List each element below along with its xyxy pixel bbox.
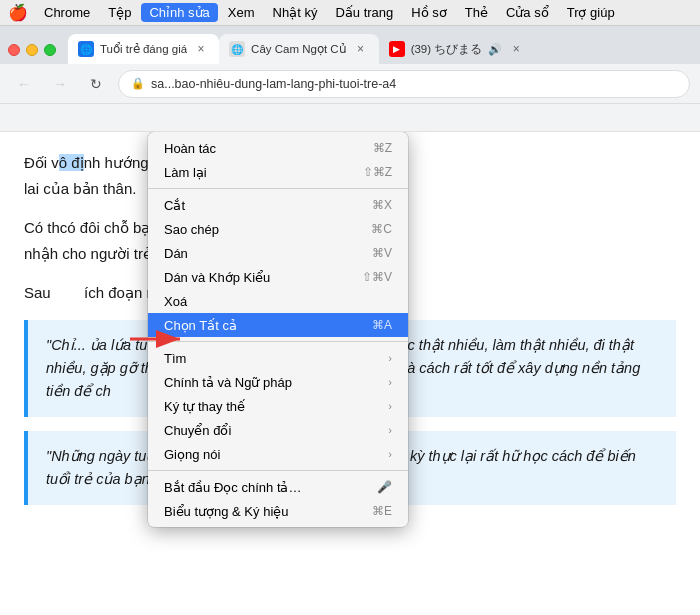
url-text: sa...bao-nhiêu-dung-lam-lang-phi-tuoi-tr… bbox=[151, 77, 677, 91]
tab-tuoi-tre[interactable]: 🌐 Tuổi trẻ đáng giá × bbox=[68, 34, 219, 64]
separator-2 bbox=[148, 341, 408, 342]
tab-close-1[interactable]: × bbox=[193, 41, 209, 57]
tab-cam-ngot[interactable]: 🌐 Cây Cam Ngọt Củ × bbox=[219, 34, 379, 64]
para1-prefix: Đối v bbox=[24, 154, 59, 171]
tab-title-2: Cây Cam Ngọt Củ bbox=[251, 42, 347, 56]
substitutions-label: Ký tự thay thế bbox=[164, 399, 388, 414]
tab-mute-icon[interactable]: 🔊 bbox=[488, 43, 502, 56]
paste-shortcut: ⌘V bbox=[372, 246, 392, 260]
tab-youtube[interactable]: ▶ (39) ちびまる 🔊 × bbox=[379, 34, 535, 64]
menubar-tab[interactable]: Thẻ bbox=[457, 3, 496, 22]
back-button[interactable]: ← bbox=[10, 70, 38, 98]
menu-item-paste[interactable]: Dán ⌘V bbox=[148, 241, 408, 265]
undo-label: Hoàn tác bbox=[164, 141, 373, 156]
menu-item-spelling[interactable]: Chính tả và Ngữ pháp › bbox=[148, 370, 408, 394]
menubar-bookmarks[interactable]: Dấu trang bbox=[327, 3, 401, 22]
separator-3 bbox=[148, 470, 408, 471]
substitutions-arrow: › bbox=[388, 400, 392, 412]
menu-item-emoji[interactable]: Biểu tượng & Ký hiệu ⌘E bbox=[148, 499, 408, 523]
copy-label: Sao chép bbox=[164, 222, 371, 237]
menubar-help[interactable]: Trợ giúp bbox=[559, 3, 623, 22]
select-all-shortcut: ⌘A bbox=[372, 318, 392, 332]
menu-item-undo[interactable]: Hoàn tác ⌘Z bbox=[148, 136, 408, 160]
para1-highlight: ô đị bbox=[59, 154, 84, 171]
maximize-button[interactable] bbox=[44, 44, 56, 56]
url-bar[interactable]: 🔒 sa...bao-nhiêu-dung-lam-lang-phi-tuoi-… bbox=[118, 70, 690, 98]
menu-item-substitutions[interactable]: Ký tự thay thế › bbox=[148, 394, 408, 418]
dictation-label: Bắt đầu Đọc chính tả… bbox=[164, 480, 377, 495]
para1-suffix2: lai của bản thân. bbox=[24, 180, 136, 197]
menubar-file[interactable]: Tệp bbox=[100, 3, 139, 22]
speech-label: Giọng nói bbox=[164, 447, 388, 462]
find-label: Tìm bbox=[164, 351, 388, 366]
redo-shortcut: ⇧⌘Z bbox=[363, 165, 392, 179]
undo-shortcut: ⌘Z bbox=[373, 141, 392, 155]
traffic-lights bbox=[8, 44, 68, 64]
menu-item-dictation[interactable]: Bắt đầu Đọc chính tả… 🎤 bbox=[148, 475, 408, 499]
edit-dropdown-menu[interactable]: Hoàn tác ⌘Z Làm lại ⇧⌘Z Cắt ⌘X Sao chép … bbox=[148, 132, 408, 527]
paste-match-shortcut: ⇧⌘V bbox=[362, 270, 392, 284]
tab-close-youtube[interactable]: × bbox=[508, 41, 524, 57]
cut-shortcut: ⌘X bbox=[372, 198, 392, 212]
redo-label: Làm lại bbox=[164, 165, 363, 180]
emoji-label: Biểu tượng & Ký hiệu bbox=[164, 504, 372, 519]
menubar-window[interactable]: Cửa sổ bbox=[498, 3, 557, 22]
delete-label: Xoá bbox=[164, 294, 392, 309]
tab-close-2[interactable]: × bbox=[353, 41, 369, 57]
apple-menu[interactable]: 🍎 bbox=[8, 3, 28, 22]
menu-item-copy[interactable]: Sao chép ⌘C bbox=[148, 217, 408, 241]
lock-icon: 🔒 bbox=[131, 77, 145, 90]
tab-title-1: Tuổi trẻ đáng giá bbox=[100, 42, 187, 56]
emoji-shortcut: ⌘E bbox=[372, 504, 392, 518]
tab-favicon-2: 🌐 bbox=[229, 41, 245, 57]
para2-label: nhậ bbox=[24, 245, 50, 262]
tab-title-youtube: (39) ちびまる bbox=[411, 42, 483, 57]
minimize-button[interactable] bbox=[26, 44, 38, 56]
menubar-history[interactable]: Nhật ký bbox=[265, 3, 326, 22]
spelling-label: Chính tả và Ngữ pháp bbox=[164, 375, 388, 390]
para3-prefix: Sau bbox=[24, 284, 51, 301]
cut-label: Cắt bbox=[164, 198, 372, 213]
copy-shortcut: ⌘C bbox=[371, 222, 392, 236]
menu-item-select-all[interactable]: Chọn Tất cả ⌘A bbox=[148, 313, 408, 337]
content-area: Đối vô định hướng và truyền cảm hứng rất… bbox=[0, 132, 700, 615]
transform-label: Chuyển đổi bbox=[164, 423, 388, 438]
tab-favicon-youtube: ▶ bbox=[389, 41, 405, 57]
menu-item-transform[interactable]: Chuyển đổi › bbox=[148, 418, 408, 442]
menu-item-cut[interactable]: Cắt ⌘X bbox=[148, 193, 408, 217]
para2-suffix2: h cho người trẻ. bbox=[50, 245, 156, 262]
menubar-profiles[interactable]: Hồ sơ bbox=[403, 3, 455, 22]
paste-match-label: Dán và Khớp Kiểu bbox=[164, 270, 362, 285]
menubar-view[interactable]: Xem bbox=[220, 3, 263, 22]
separator-1 bbox=[148, 188, 408, 189]
tab-favicon-1: 🌐 bbox=[78, 41, 94, 57]
menu-item-find[interactable]: Tìm › bbox=[148, 346, 408, 370]
forward-button[interactable]: → bbox=[46, 70, 74, 98]
menubar-edit[interactable]: Chỉnh sửa bbox=[141, 3, 217, 22]
find-arrow: › bbox=[388, 352, 392, 364]
spelling-arrow: › bbox=[388, 376, 392, 388]
chrome-addressbar: ← → ↻ 🔒 sa...bao-nhiêu-dung-lam-lang-phi… bbox=[0, 64, 700, 104]
close-button[interactable] bbox=[8, 44, 20, 56]
paste-label: Dán bbox=[164, 246, 372, 261]
reload-button[interactable]: ↻ bbox=[82, 70, 110, 98]
menu-item-paste-match[interactable]: Dán và Khớp Kiểu ⇧⌘V bbox=[148, 265, 408, 289]
menu-item-redo[interactable]: Làm lại ⇧⌘Z bbox=[148, 160, 408, 184]
para2-prefix: Có th bbox=[24, 219, 60, 236]
menu-item-delete[interactable]: Xoá bbox=[148, 289, 408, 313]
menubar-chrome[interactable]: Chrome bbox=[36, 3, 98, 22]
menu-item-speech[interactable]: Giọng nói › bbox=[148, 442, 408, 466]
speech-arrow: › bbox=[388, 448, 392, 460]
transform-arrow: › bbox=[388, 424, 392, 436]
macos-menubar: 🍎 Chrome Tệp Chỉnh sửa Xem Nhật ký Dấu t… bbox=[0, 0, 700, 26]
select-all-label: Chọn Tất cả bbox=[164, 318, 372, 333]
dictation-shortcut: 🎤 bbox=[377, 480, 392, 494]
chrome-tabbar: 🌐 Tuổi trẻ đáng giá × 🌐 Cây Cam Ngọt Củ … bbox=[0, 26, 700, 64]
bookmarks-bar bbox=[0, 104, 700, 132]
